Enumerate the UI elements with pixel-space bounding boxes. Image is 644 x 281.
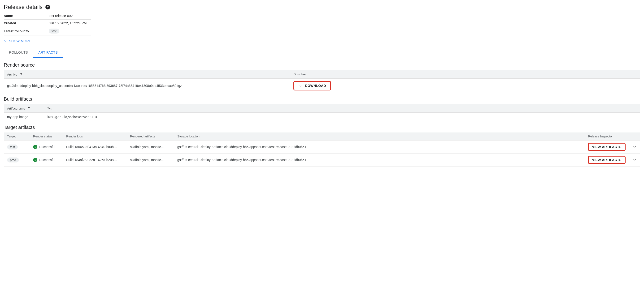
- chevron-down-icon: [632, 145, 637, 149]
- build-artifact-row: my-app-image k8s.gcr.io/echoserver:1.4: [4, 113, 640, 121]
- detail-value: test-release-002: [49, 12, 91, 19]
- section-title-build-artifacts: Build artifacts: [4, 96, 640, 102]
- tab-artifacts[interactable]: ARTIFACTS: [33, 48, 63, 58]
- section-title-render-source: Render source: [4, 62, 640, 68]
- download-highlight: DOWNLOAD: [294, 81, 331, 90]
- section-title-target-artifacts: Target artifacts: [4, 125, 640, 130]
- download-icon: [298, 84, 302, 88]
- render-source-row: gs://clouddeploy-bb6_clouddeploy_us-cent…: [4, 79, 640, 93]
- view-artifacts-button[interactable]: VIEW ARTIFACTS: [590, 145, 623, 149]
- storage-location: gs://us-central1.deploy-artifacts.cloudd…: [174, 140, 585, 153]
- render-status: Successful: [33, 145, 55, 149]
- detail-key: Created: [4, 19, 49, 27]
- detail-value: Jun 15, 2022, 1:39:24 PM: [49, 19, 91, 27]
- col-target[interactable]: Target: [4, 132, 30, 140]
- sort-up-icon: [28, 106, 31, 110]
- tabs: ROLLOUTS ARTIFACTS: [4, 48, 640, 58]
- build-artifacts-table: Artifact name Tag my-app-image k8s.gcr.i…: [4, 104, 640, 121]
- detail-key: Name: [4, 12, 49, 19]
- col-download: Download: [290, 70, 640, 79]
- rollout-target-chip: test: [49, 28, 59, 33]
- expand-row-button[interactable]: [632, 158, 637, 162]
- sort-up-icon: [20, 72, 23, 76]
- expand-row-button[interactable]: [632, 145, 637, 149]
- col-rendered-artifacts[interactable]: Rendered artifacts: [127, 132, 174, 140]
- render-status-label: Successful: [39, 158, 55, 162]
- view-artifacts-button[interactable]: VIEW ARTIFACTS: [590, 158, 623, 162]
- render-status: Successful: [33, 158, 55, 162]
- render-logs-link[interactable]: Build 184af2b3-e2a1-425a-b208…: [63, 153, 127, 166]
- chevron-down-icon: [4, 39, 7, 42]
- view-artifacts-highlight: VIEW ARTIFACTS: [588, 156, 626, 164]
- col-artifact-name[interactable]: Artifact name: [4, 104, 44, 113]
- col-release-inspector[interactable]: Release Inspector: [585, 132, 629, 140]
- help-icon[interactable]: ?: [46, 5, 50, 9]
- target-artifact-row: test Successful Build 1a6659af-413a-4a40…: [4, 140, 640, 153]
- download-button[interactable]: DOWNLOAD: [296, 83, 328, 89]
- tab-rollouts[interactable]: ROLLOUTS: [4, 48, 33, 58]
- col-expand: [629, 132, 640, 140]
- view-artifacts-highlight: VIEW ARTIFACTS: [588, 143, 626, 151]
- download-label: DOWNLOAD: [305, 84, 326, 88]
- detail-row: Name test-release-002: [4, 12, 91, 19]
- chevron-down-icon: [632, 158, 637, 162]
- target-chip: test: [7, 145, 18, 149]
- col-archive-label: Archive: [7, 73, 17, 76]
- col-render-status[interactable]: Render status: [30, 132, 63, 140]
- artifact-name: my-app-image: [4, 113, 44, 121]
- show-more-button[interactable]: SHOW MORE: [4, 37, 31, 45]
- render-logs-link[interactable]: Build 1a6659af-413a-4a40-ba0b…: [63, 140, 127, 153]
- archive-path: gs://clouddeploy-bb6_clouddeploy_us-cent…: [4, 79, 290, 93]
- target-artifact-row: prod Successful Build 184af2b3-e2a1-425a…: [4, 153, 640, 166]
- detail-value: test: [49, 27, 91, 35]
- detail-key: Latest rollout to: [4, 27, 49, 35]
- target-artifacts-table: Target Render status Render logs Rendere…: [4, 132, 640, 166]
- detail-row: Created Jun 15, 2022, 1:39:24 PM: [4, 19, 91, 27]
- artifact-tag: k8s.gcr.io/echoserver:1.4: [44, 113, 640, 121]
- detail-row: Latest rollout to test: [4, 27, 91, 35]
- storage-location: gs://us-central1.deploy-artifacts.cloudd…: [174, 153, 585, 166]
- svg-rect-1: [299, 87, 302, 87]
- col-render-logs[interactable]: Render logs: [63, 132, 127, 140]
- page-title: Release details: [4, 4, 42, 10]
- col-storage-location[interactable]: Storage location: [174, 132, 585, 140]
- check-circle-icon: [33, 158, 37, 162]
- rendered-artifacts: skaffold.yaml, manife…: [127, 140, 174, 153]
- release-details-table: Name test-release-002 Created Jun 15, 20…: [4, 12, 91, 35]
- target-chip: prod: [7, 158, 19, 162]
- show-more-label: SHOW MORE: [9, 39, 31, 43]
- col-tag[interactable]: Tag: [44, 104, 640, 113]
- render-source-table: Archive Download gs://clouddeploy-bb6_cl…: [4, 70, 640, 93]
- col-archive[interactable]: Archive: [4, 70, 290, 79]
- rendered-artifacts: skaffold.yaml, manife…: [127, 153, 174, 166]
- render-status-label: Successful: [39, 145, 55, 149]
- check-circle-icon: [33, 145, 37, 149]
- col-artifact-name-label: Artifact name: [7, 107, 25, 110]
- page-header: Release details ?: [4, 4, 640, 10]
